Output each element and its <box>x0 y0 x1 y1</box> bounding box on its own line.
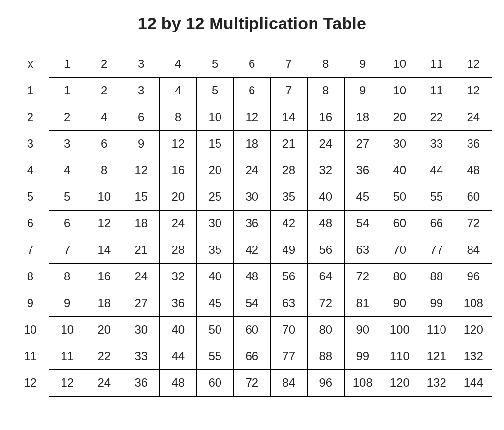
cell: 24 <box>455 104 492 130</box>
cell: 99 <box>344 343 381 369</box>
cell: 16 <box>307 104 344 130</box>
cell: 24 <box>86 369 123 396</box>
cell: 132 <box>418 369 455 396</box>
cell: 8 <box>307 77 344 104</box>
cell: 48 <box>307 210 344 237</box>
cell: 56 <box>270 263 307 290</box>
row-header: 3 <box>12 130 49 157</box>
cell: 6 <box>49 210 86 237</box>
cell: 16 <box>86 263 123 290</box>
row-header: 12 <box>12 369 49 396</box>
cell: 18 <box>123 210 159 237</box>
cell: 8 <box>159 104 196 130</box>
cell: 32 <box>307 157 344 184</box>
cell: 84 <box>455 237 492 263</box>
cell: 120 <box>455 316 492 343</box>
cell: 4 <box>159 77 196 104</box>
cell: 8 <box>86 157 123 184</box>
table-row: 12 12 24 36 48 60 72 84 96 108 120 132 1… <box>12 369 492 396</box>
cell: 120 <box>381 369 418 396</box>
table-body: 1 1 2 3 4 5 6 7 8 9 10 11 12 2 2 4 6 8 1… <box>12 77 492 396</box>
cell: 45 <box>196 290 233 316</box>
cell: 35 <box>270 184 307 210</box>
cell: 9 <box>49 290 86 316</box>
cell: 100 <box>381 316 418 343</box>
table-row: 5 5 10 15 20 25 30 35 40 45 50 55 60 <box>12 184 492 210</box>
cell: 6 <box>86 130 123 157</box>
table-row: 4 4 8 12 16 20 24 28 32 36 40 44 48 <box>12 157 492 184</box>
cell: 40 <box>381 157 418 184</box>
cell: 44 <box>418 157 455 184</box>
cell: 96 <box>455 263 492 290</box>
cell: 11 <box>418 77 455 104</box>
cell: 54 <box>233 290 270 316</box>
cell: 22 <box>86 343 123 369</box>
cell: 12 <box>159 130 196 157</box>
cell: 2 <box>49 104 86 130</box>
cell: 20 <box>196 157 233 184</box>
table-row: 3 3 6 9 12 15 18 21 24 27 30 33 36 <box>12 130 492 157</box>
table-row: 8 8 16 24 32 40 48 56 64 72 80 88 96 <box>12 263 492 290</box>
cell: 33 <box>123 343 159 369</box>
cell: 35 <box>196 237 233 263</box>
row-header: 7 <box>12 237 49 263</box>
col-header: 11 <box>418 51 455 77</box>
cell: 12 <box>86 210 123 237</box>
col-header: 8 <box>307 51 344 77</box>
cell: 10 <box>86 184 123 210</box>
cell: 40 <box>196 263 233 290</box>
cell: 20 <box>86 316 123 343</box>
cell: 48 <box>455 157 492 184</box>
cell: 99 <box>418 290 455 316</box>
cell: 60 <box>381 210 418 237</box>
cell: 33 <box>418 130 455 157</box>
cell: 30 <box>233 184 270 210</box>
cell: 18 <box>344 104 381 130</box>
row-header: 1 <box>12 77 49 104</box>
cell: 50 <box>196 316 233 343</box>
cell: 60 <box>233 316 270 343</box>
cell: 11 <box>49 343 86 369</box>
cell: 21 <box>270 130 307 157</box>
cell: 36 <box>159 290 196 316</box>
row-header: 6 <box>12 210 49 237</box>
cell: 1 <box>49 77 86 104</box>
cell: 14 <box>270 104 307 130</box>
multiplication-table: x 1 2 3 4 5 6 7 8 9 10 11 12 1 1 2 3 4 <box>12 51 492 397</box>
cell: 4 <box>86 104 123 130</box>
cell: 66 <box>418 210 455 237</box>
cell: 40 <box>159 316 196 343</box>
cell: 81 <box>344 290 381 316</box>
cell: 50 <box>381 184 418 210</box>
cell: 18 <box>86 290 123 316</box>
cell: 90 <box>344 316 381 343</box>
col-header: 6 <box>233 51 270 77</box>
row-header: 11 <box>12 343 49 369</box>
cell: 24 <box>159 210 196 237</box>
cell: 12 <box>49 369 86 396</box>
cell: 96 <box>307 369 344 396</box>
cell: 80 <box>307 316 344 343</box>
cell: 30 <box>381 130 418 157</box>
cell: 45 <box>344 184 381 210</box>
cell: 66 <box>233 343 270 369</box>
row-header: 8 <box>12 263 49 290</box>
cell: 32 <box>159 263 196 290</box>
cell: 18 <box>233 130 270 157</box>
table-row: 11 11 22 33 44 55 66 77 88 99 110 121 13… <box>12 343 492 369</box>
cell: 3 <box>49 130 86 157</box>
cell: 56 <box>307 237 344 263</box>
column-header-row: x 1 2 3 4 5 6 7 8 9 10 11 12 <box>12 51 492 77</box>
cell: 15 <box>196 130 233 157</box>
cell: 77 <box>270 343 307 369</box>
cell: 88 <box>418 263 455 290</box>
cell: 36 <box>344 157 381 184</box>
cell: 12 <box>123 157 159 184</box>
cell: 84 <box>270 369 307 396</box>
cell: 110 <box>418 316 455 343</box>
cell: 63 <box>344 237 381 263</box>
col-header: 7 <box>270 51 307 77</box>
cell: 77 <box>418 237 455 263</box>
cell: 108 <box>455 290 492 316</box>
cell: 30 <box>123 316 159 343</box>
